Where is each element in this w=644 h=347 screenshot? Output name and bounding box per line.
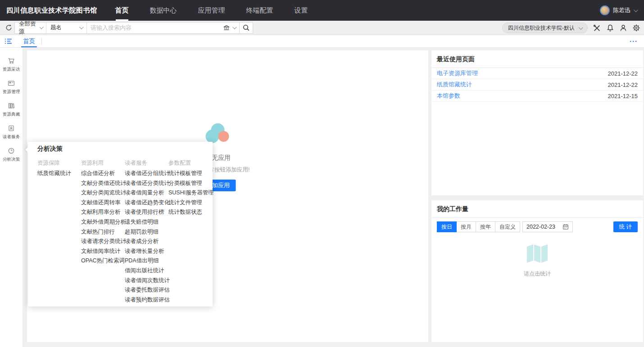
menu-item[interactable]: 文献分类借还统计 [81,179,125,189]
search-toolbar: 全部资源 题名 四川信息职业技术学院-默认... [0,21,644,35]
tabs-more-icon[interactable]: ··· [630,39,638,44]
scope-select[interactable]: 全部资源 [15,23,46,33]
sidebar-item-reader-service[interactable]: 读者服务 [0,121,23,143]
menu-item[interactable]: 分类模板管理 [168,179,212,189]
menu-item[interactable]: 综合借还分析 [81,169,125,179]
menu-item[interactable]: 统计模板管理 [168,169,212,179]
recent-date: 2021-12-22 [608,81,638,88]
workload-empty-text: 请点击统计 [524,270,551,278]
menu-item[interactable]: PDA借出明细 [125,256,168,266]
library-building-icon[interactable] [223,24,230,31]
menu-item[interactable]: 借阅出版社统计 [125,266,168,276]
menu-item[interactable]: 遗失赔偿明细 [125,217,168,227]
sidebar-item-resource-management[interactable]: 资源管理 [0,76,23,98]
gear-icon[interactable] [632,24,640,32]
menu-item[interactable]: 读者借还趋势变化 [125,198,168,208]
workload-panel: 我的工作量 按日 按月 按年 自定义 统 计 请点击统计 [431,200,643,342]
nav-item-settings[interactable]: 设置 [295,0,308,21]
flyout-arrow [25,147,31,153]
flyout-column-header: 读者服务 [125,158,168,168]
refresh-icon[interactable] [4,24,14,32]
chevron-down-icon [39,25,43,29]
workload-tab-yearly[interactable]: 按年 [476,221,495,232]
flyout-columns: 资源保障 纸质馆藏统计 资源利用 综合借还分析 文献分类借还统计 文献分类阅览统… [37,158,212,305]
statistics-button[interactable]: 统 计 [613,221,638,232]
menu-item[interactable]: 文献借阅率统计 [81,247,125,257]
search-button[interactable] [240,22,253,34]
menu-item[interactable]: 读者预约数据评估 [125,295,168,305]
recent-pages-panel: 最近使用页面 电子资源库管理 2021-12-22 纸质馆藏统计 2021-12… [431,50,643,195]
sidebar-item-collection[interactable]: 资源典藏 [0,98,23,121]
tab-home[interactable]: 首页 [21,35,37,47]
main-nav: 首页 数据中心 应用管理 终端配置 设置 [115,0,308,21]
nav-item-data-center[interactable]: 数据中心 [150,0,177,21]
date-picker[interactable] [522,221,573,232]
user-icon[interactable] [619,24,627,32]
menu-item[interactable]: 超期罚款明细 [125,227,168,237]
menu-item[interactable]: 读者借阅量分析 [125,188,168,198]
field-select-value: 题名 [50,24,62,32]
menu-item[interactable]: 文献利用率分析 [81,207,125,217]
menu-item[interactable]: 统计数据状态 [168,207,212,217]
menu-item[interactable]: 纸质馆藏统计 [37,169,81,179]
menu-item[interactable]: 读者借还分组统计 [125,169,168,179]
nav-item-terminal-config[interactable]: 终端配置 [246,0,273,21]
menu-item[interactable]: SUSHI服务器管理 [168,188,212,198]
org-select-value: 四川信息职业技术学院-默认... [508,24,574,32]
clock-icon [8,147,15,154]
recent-date: 2021-12-15 [608,93,638,99]
tools-icon[interactable] [593,24,601,32]
chevron-down-icon [579,25,583,30]
menu-item[interactable]: 文献外借周期分析 [81,217,125,227]
recent-row: 电子资源库管理 2021-12-22 [431,68,643,79]
map-icon [524,243,551,264]
recent-row: 本馆参数 2021-12-15 [431,90,643,102]
menu-item[interactable]: 读者成分分析 [125,237,168,247]
reader-badge-icon [8,124,15,132]
user-menu[interactable]: 陈若迅 [600,0,637,21]
recent-link[interactable]: 本馆参数 [437,92,460,100]
workload-empty-state: 请点击统计 [524,243,551,278]
date-input[interactable] [526,224,560,230]
field-select[interactable]: 题名 [46,23,87,33]
chevron-down-icon [79,25,84,29]
menu-item[interactable]: 统计文件管理 [168,198,212,208]
flyout-column-resource-guarantee: 资源保障 纸质馆藏统计 [37,158,81,305]
calendar-icon[interactable] [562,224,569,230]
menu-item[interactable]: 文献分类阅览统计 [81,188,125,198]
menu-item[interactable]: 读者增长量分析 [125,247,168,257]
scope-select-value: 全部资源 [19,20,36,36]
menu-item[interactable]: OPAC热门检索词 [81,256,125,266]
app-title: 四川信息职业技术学院图书馆 [6,6,97,15]
sidebar-item-acquisition[interactable]: 资源采访 [0,53,23,76]
menu-item[interactable]: 读者委托数据评估 [125,285,168,295]
nav-item-home[interactable]: 首页 [115,0,129,21]
sidebar-item-label: 资源采访 [3,66,20,72]
workload-tab-custom[interactable]: 自定义 [495,221,520,232]
bell-icon[interactable] [606,24,614,32]
workload-tab-daily[interactable]: 按日 [437,221,457,232]
menu-item[interactable]: 读者请求分类统计 [81,237,125,247]
workload-title: 我的工作量 [431,200,643,218]
left-sidebar: 资源采访 资源管理 资源典藏 读者服务 分析决策 [0,48,23,347]
search-input[interactable] [91,24,221,31]
tab-home-label: 首页 [23,37,35,45]
recent-link[interactable]: 纸质馆藏统计 [437,81,472,89]
menu-item[interactable]: 读者使用排行榜 [125,207,168,217]
nav-item-app-management[interactable]: 应用管理 [198,0,225,21]
menu-item[interactable]: 读者借还分类统计 [125,179,168,189]
workload-tab-monthly[interactable]: 按月 [456,221,476,232]
sidebar-item-analytics[interactable]: 分析决策 [0,143,23,166]
org-select[interactable]: 四川信息职业技术学院-默认... [502,23,588,33]
menu-item[interactable]: 读者借阅次数统计 [125,276,168,286]
avatar [600,5,610,15]
tab-list-icon[interactable] [5,38,12,45]
menu-item[interactable]: 文献热门排行 [81,227,125,237]
analytics-flyout-menu: 分析决策 资源保障 纸质馆藏统计 资源利用 综合借还分析 文献分类借还统计 文献… [28,142,213,306]
menu-item[interactable]: 文献借还周转率 [81,198,125,208]
flyout-column-header: 资源利用 [81,158,125,168]
tab-divider [41,38,42,45]
recent-link[interactable]: 电子资源库管理 [437,69,478,77]
chevron-down-icon[interactable] [232,25,237,29]
search-input-wrap [87,23,239,33]
